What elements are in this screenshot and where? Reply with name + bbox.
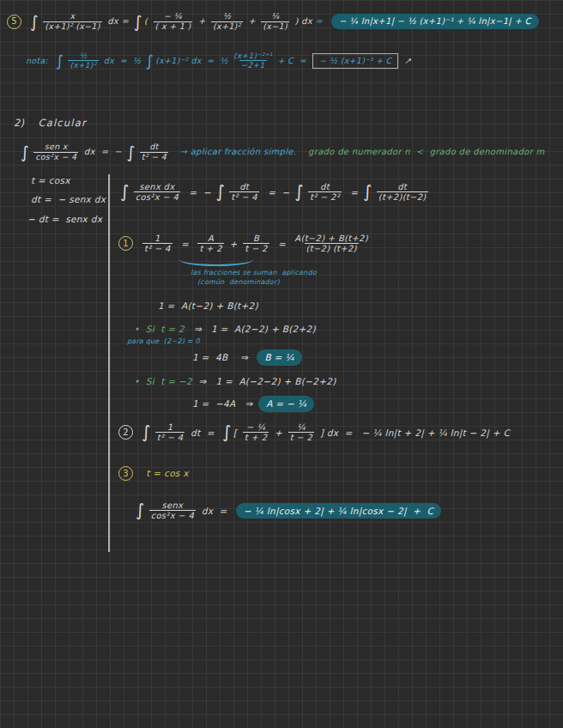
text: ] dx = − ¼ ln|t + 2| + ¼ ln|t − 2| + C xyxy=(317,428,510,439)
section2-header: 2) Calcular xyxy=(14,118,87,130)
numerator: dt xyxy=(320,182,330,191)
denominator: t² − 2² xyxy=(308,191,342,202)
fraction: ¼t − 2 xyxy=(288,422,314,443)
text: − ¼ ln|x+1| − ½ (x+1)⁻¹ + ¼ ln|x−1| + C xyxy=(339,16,531,27)
arrow-up-icon: ↗ xyxy=(398,56,411,65)
integral-icon: ∫ xyxy=(21,144,29,161)
denominator: t + 2 xyxy=(197,243,223,253)
step3-substitution-back: 3 t = cos x xyxy=(118,466,189,481)
fraction: At + 2 xyxy=(197,234,223,254)
denominator: t + 2 xyxy=(243,432,269,442)
numerator: − ¼ xyxy=(246,422,265,432)
denominator: (t−2) (t+2) xyxy=(305,243,359,253)
integral-icon: ∫ xyxy=(222,424,232,441)
problem-number-5: 5 xyxy=(7,15,21,29)
text: dx = xyxy=(198,506,233,517)
text: + xyxy=(195,16,209,27)
denominator: t² − 4 xyxy=(155,432,185,442)
text: = − xyxy=(262,187,293,198)
text: dt = xyxy=(187,428,221,439)
text: + C = xyxy=(275,56,309,65)
text: ( xyxy=(144,16,151,27)
integral-icon: ∫ xyxy=(30,14,39,30)
substitution-negdt: − dt = senx dx xyxy=(27,214,102,225)
fraction: 1t² − 4 xyxy=(142,234,173,254)
text: 1 = −4A ⇒ xyxy=(192,398,256,410)
fraction: 1t² − 4 xyxy=(155,422,185,443)
numerator: dt xyxy=(397,182,407,191)
integral-icon: ∫ xyxy=(56,53,64,69)
integral-icon: ∫ xyxy=(120,184,130,201)
denominator: (x+1)² xyxy=(68,60,98,70)
fraction: dtt² − 4 xyxy=(229,182,259,203)
result-A-highlight: A = − ¼ xyxy=(258,396,314,412)
text: + xyxy=(227,239,240,250)
underbrace-icon xyxy=(179,258,254,266)
case-t-equals-minus-2: • Si t = −2 ⇒ 1 = A(−2−2) + B(−2+2) xyxy=(134,376,336,387)
text: dx = − xyxy=(81,147,124,157)
annotation-fractions-1: las fracciones se suman aplicando xyxy=(191,269,317,277)
text: t = cos x xyxy=(140,468,189,479)
fraction: − ¼t + 2 xyxy=(243,422,269,443)
fraction: A(t−2) + B(t+2)(t−2) (t+2) xyxy=(294,234,368,254)
denominator: (t+2)(t−2) xyxy=(377,191,428,202)
text: • Si t = −2 xyxy=(134,376,198,387)
text: + xyxy=(271,428,285,439)
text: A = − ¼ xyxy=(266,398,306,410)
denominator: cos²x − 4 xyxy=(134,191,180,202)
text: (x+1)⁻² dx = ½ xyxy=(155,56,231,65)
text: B = ¼ xyxy=(264,352,294,363)
fraction: x(x+1)² (x−1) xyxy=(43,12,102,32)
denominator: (x−1) xyxy=(261,21,289,32)
identity-equation: 1 = A(t−2) + B(t+2) xyxy=(158,300,258,312)
annotation-fractions-2: (común denominador) xyxy=(197,278,280,287)
denominator: (x+1)² xyxy=(211,21,243,32)
numerator: 1 xyxy=(167,422,173,432)
text: − ¼ ln|cosx + 2| + ¼ ln|cosx − 2| + C xyxy=(244,506,433,517)
integral-icon: ∫ xyxy=(215,184,225,201)
text: ⇒ 1 = A(−2−2) + B(−2+2) xyxy=(198,376,336,387)
numerator: dt xyxy=(239,182,249,191)
denominator: ( x + 1 ) xyxy=(154,21,193,32)
text: [ xyxy=(233,428,240,439)
integral-icon: ∫ xyxy=(145,53,154,69)
numerator: − ¼ xyxy=(164,12,182,21)
fraction: senxcos²x − 4 xyxy=(149,500,196,521)
numerator: ½ xyxy=(223,12,232,21)
denominator: t − 2 xyxy=(288,432,314,442)
text: = xyxy=(315,16,329,27)
denominator: t − 2 xyxy=(243,243,269,253)
numerator: x xyxy=(70,12,75,21)
step-number-1: 1 xyxy=(118,236,133,251)
text: dx = xyxy=(105,16,132,27)
numerator: A xyxy=(208,234,214,243)
step-number-3: 3 xyxy=(118,466,133,481)
fraction: ½(x+1)² xyxy=(211,12,243,32)
numerator: ¼ xyxy=(297,422,306,432)
text: grado de numerador n < grado de denomina… xyxy=(296,147,544,157)
numerator: sen x xyxy=(45,143,68,152)
numerator: 1 xyxy=(154,234,160,243)
case-t-equals-2: • Si t = 2 ⇒ 1 = A(2−2) + B(2+2) xyxy=(134,324,316,335)
fraction: dtt² − 2² xyxy=(308,182,342,203)
fraction: ¼(x−1) xyxy=(261,12,289,32)
numerator: A(t−2) + B(t+2) xyxy=(294,234,368,243)
text: ) dx xyxy=(292,16,316,27)
denominator: t² − 4 xyxy=(140,152,168,162)
substitution-t: t = cosx xyxy=(31,175,70,186)
numerator: senx xyxy=(162,500,184,510)
integral-icon: ∫ xyxy=(142,424,151,441)
fraction: ½(x+1)² xyxy=(68,52,98,70)
substitution-dt: dt = − senx dx xyxy=(31,194,106,205)
numerator: dt xyxy=(149,143,158,152)
fraction: dtt² − 4 xyxy=(140,143,168,162)
result-B: 1 = 4B ⇒ B = ¼ xyxy=(192,349,302,366)
text: nota: xyxy=(26,56,54,65)
fraction: dt(t+2)(t−2) xyxy=(377,182,428,203)
text: = xyxy=(344,187,361,198)
numerator: (x+1)⁻²⁺¹ xyxy=(233,52,272,60)
text: → aplicar fracción simple. xyxy=(171,147,296,157)
integral-icon: ∫ xyxy=(363,184,372,201)
fraction: − ¼( x + 1 ) xyxy=(154,12,193,32)
section2-number: 2) xyxy=(14,118,24,130)
